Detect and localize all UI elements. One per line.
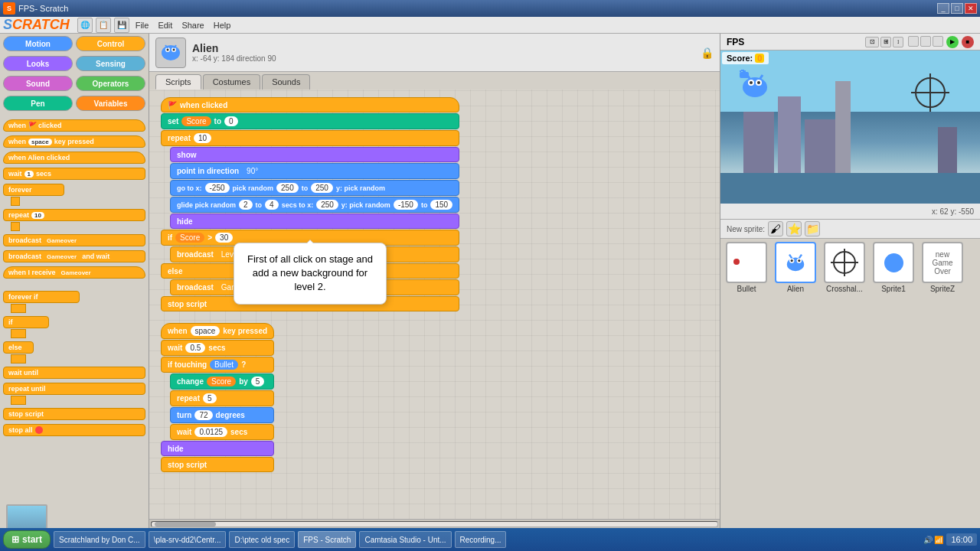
sprite-item-sprite1[interactable]: Sprite1 — [871, 242, 916, 293]
block-stop-all[interactable]: stop all — [3, 423, 145, 437]
toolbar-btn-copy[interactable]: 📋 — [96, 18, 111, 33]
sprite-item-spritez[interactable]: newGameOver SpriteZ — [920, 242, 965, 293]
folder-sprite-button[interactable]: 📁 — [805, 221, 820, 236]
tab-costumes[interactable]: Costumes — [203, 74, 261, 90]
category-control[interactable]: Control — [76, 36, 145, 51]
menu-items: File Edit Share Help — [136, 21, 231, 30]
category-sensing[interactable]: Sensing — [76, 56, 145, 71]
tooltip-text: First of all click on stage and add a ne… — [247, 253, 373, 292]
start-button[interactable]: ⊞ start — [3, 530, 51, 549]
taskbar-item-folder[interactable]: D:\ptec old spec — [229, 531, 295, 548]
sprite-lock: 🔒 — [701, 47, 714, 59]
paint-sprite-button[interactable]: 🖌 — [768, 221, 783, 236]
taskbar-item-scratch[interactable]: Scratchland by Don C... — [54, 531, 145, 548]
view-btn-1[interactable]: ⊡ — [865, 37, 879, 47]
category-looks[interactable]: Looks — [3, 56, 73, 71]
layout-btn-3[interactable] — [933, 36, 943, 47]
block-when-alien-clicked[interactable]: when Alien clicked — [3, 151, 145, 165]
block-if-touching[interactable]: if touching Bullet ? — [161, 357, 274, 373]
maximize-button[interactable]: □ — [951, 3, 963, 14]
block-wait-until[interactable]: wait until — [3, 366, 145, 380]
minimize-button[interactable]: _ — [937, 3, 949, 14]
taskbar-item-fps[interactable]: FPS - Scratch — [298, 531, 356, 548]
category-pen[interactable]: Pen — [3, 96, 73, 111]
sprite-preview — [155, 37, 186, 68]
block-else[interactable]: else — [3, 341, 145, 364]
category-variables[interactable]: Variables — [76, 96, 145, 111]
block-show[interactable]: show — [170, 147, 459, 162]
main-container: Motion Control Looks Sensing Sound Opera… — [0, 34, 980, 528]
block-hide[interactable]: hide — [170, 214, 459, 229]
menu-help[interactable]: Help — [214, 21, 231, 30]
sprite-item-bullet[interactable]: Bullet — [724, 242, 769, 293]
block-wait-0-5[interactable]: wait 0.5 secs — [161, 340, 274, 356]
full-screen-controls — [908, 36, 943, 48]
block-stop-script-2[interactable]: stop script — [161, 457, 274, 472]
block-goto[interactable]: go to x: -250 pick random 250 to 250 y: … — [170, 180, 459, 196]
block-when-flag-clicked[interactable]: 🚩 when clicked — [161, 97, 459, 112]
menu-edit[interactable]: Edit — [158, 21, 172, 30]
block-stop-script[interactable]: stop script — [3, 407, 145, 421]
block-broadcast-gameover[interactable]: broadcast Gameover — [3, 233, 145, 247]
sprite-thumb-spritez: newGameOver — [922, 242, 963, 283]
block-forever-if[interactable]: forever if — [3, 290, 145, 313]
block-turn-72[interactable]: turn 72 degrees — [170, 407, 274, 423]
score-value: 0 — [755, 54, 764, 63]
sprite-item-crosshair[interactable]: Crosshal... — [822, 242, 867, 293]
view-btn-2[interactable]: ⊞ — [880, 37, 891, 47]
taskbar-item-server[interactable]: \pla-srv-dd2\Centr... — [149, 531, 227, 548]
block-indent-1: show point in direction 90° go to x: -25… — [170, 147, 459, 230]
block-repeat[interactable]: repeat 10 — [3, 208, 145, 231]
taskbar-item-recording[interactable]: Recording... — [455, 531, 507, 548]
stage-view[interactable]: Score: 0 — [720, 51, 980, 204]
system-clock: 16:00 — [946, 533, 977, 546]
taskbar-right: 🔊 📶 16:00 — [923, 533, 977, 546]
toolbar-btn-save[interactable]: 💾 — [114, 18, 129, 33]
taskbar-item-camtasia[interactable]: Camtasia Studio - Unt... — [359, 531, 451, 548]
close-button[interactable]: ✕ — [965, 3, 977, 14]
block-repeat-10[interactable]: repeat 10 — [161, 130, 459, 146]
block-wait[interactable]: wait 1 secs — [3, 167, 145, 181]
tab-scripts[interactable]: Scripts — [155, 74, 201, 90]
new-sprite-label: New sprite: — [727, 225, 765, 233]
horizontal-scrollbar[interactable] — [149, 519, 720, 528]
block-point-direction[interactable]: point in direction 90° — [170, 163, 459, 179]
layout-btn-1[interactable] — [908, 36, 919, 47]
block-repeat-until[interactable]: repeat until — [3, 382, 145, 405]
block-glide[interactable]: glide pick random 2 to 4 secs to x: 250 … — [170, 197, 459, 213]
sprite-item-alien[interactable]: Alien — [773, 242, 818, 293]
category-motion[interactable]: Motion — [3, 36, 73, 51]
script-canvas[interactable]: 🚩 when clicked set Score to 0 repeat 10 … — [149, 90, 720, 519]
menu-file[interactable]: File — [136, 21, 149, 30]
block-change-score[interactable]: change Score by 5 — [170, 373, 274, 390]
star-sprite-button[interactable]: ⭐ — [786, 221, 802, 236]
block-set-score[interactable]: set Score to 0 — [161, 113, 459, 129]
menu-bar: SCRATCH 🌐 📋 💾 File Edit Share Help — [0, 17, 980, 34]
category-operators[interactable]: Operators — [76, 76, 145, 91]
coords-display: x: 62 y: -550 — [932, 207, 974, 216]
block-when-space-canvas[interactable]: when space key pressed — [161, 323, 274, 339]
block-forever[interactable]: forever — [3, 183, 145, 206]
block-if[interactable]: if — [3, 315, 145, 338]
layout-btn-2[interactable] — [920, 36, 931, 47]
clock-tower — [835, 81, 851, 173]
menu-share[interactable]: Share — [181, 21, 204, 30]
block-when-space[interactable]: when space key pressed — [3, 135, 145, 148]
stop-button[interactable]: ■ — [962, 36, 974, 48]
category-sound[interactable]: Sound — [3, 76, 73, 91]
block-repeat-5[interactable]: repeat 5 — [170, 390, 274, 406]
view-btn-3[interactable]: ↕ — [893, 37, 903, 47]
toolbar-btn-globe[interactable]: 🌐 — [77, 18, 93, 33]
svg-rect-14 — [740, 72, 749, 78]
scratch-logo: SCRATCH — [3, 17, 70, 33]
block-hide-2[interactable]: hide — [161, 441, 274, 456]
block-when-receive[interactable]: when I receive Gameover — [3, 266, 145, 279]
scroll-track[interactable] — [151, 521, 718, 527]
play-button[interactable]: ▶ — [946, 36, 959, 48]
block-broadcast-gameover-wait[interactable]: broadcast Gameover and wait — [3, 249, 145, 263]
scroll-thumb[interactable] — [155, 522, 216, 527]
tab-sounds[interactable]: Sounds — [262, 74, 310, 90]
block-when-clicked[interactable]: when 🚩 clicked — [3, 119, 145, 132]
tooltip-callout: First of all click on stage and add a ne… — [234, 243, 387, 305]
block-wait-tiny[interactable]: wait 0.0125 secs — [170, 424, 274, 440]
